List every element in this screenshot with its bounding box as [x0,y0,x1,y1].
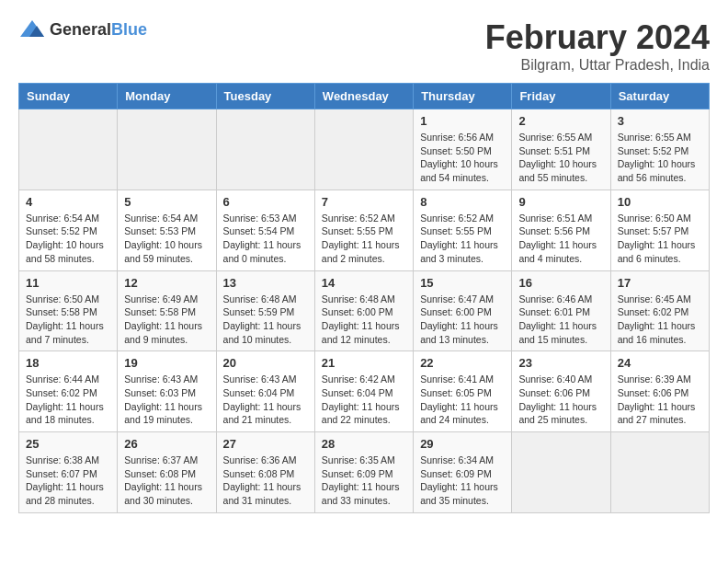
calendar-cell: 28Sunrise: 6:35 AM Sunset: 6:09 PM Dayli… [314,432,413,513]
day-info: Sunrise: 6:49 AM Sunset: 5:58 PM Dayligh… [124,293,209,347]
day-info: Sunrise: 6:40 AM Sunset: 6:06 PM Dayligh… [518,373,603,427]
logo-text-blue: Blue [111,20,147,39]
day-number: 11 [26,276,110,290]
day-number: 25 [26,437,110,451]
day-info: Sunrise: 6:42 AM Sunset: 6:04 PM Dayligh… [322,373,406,427]
calendar-week-row: 11Sunrise: 6:50 AM Sunset: 5:58 PM Dayli… [19,270,710,351]
calendar-cell [19,109,118,190]
day-number: 26 [124,437,209,451]
day-number: 24 [618,356,702,370]
day-info: Sunrise: 6:43 AM Sunset: 6:04 PM Dayligh… [223,373,308,427]
logo: GeneralBlue [18,18,147,40]
day-number: 12 [124,276,209,290]
calendar-header-monday: Monday [118,84,216,109]
calendar-cell [118,109,216,190]
calendar-header-friday: Friday [512,84,610,109]
calendar-cell: 27Sunrise: 6:36 AM Sunset: 6:08 PM Dayli… [216,432,314,513]
day-number: 5 [124,195,209,209]
day-info: Sunrise: 6:53 AM Sunset: 5:54 PM Dayligh… [223,212,308,266]
calendar-header-saturday: Saturday [610,84,709,109]
calendar-cell: 13Sunrise: 6:48 AM Sunset: 5:59 PM Dayli… [216,270,314,351]
calendar-cell [610,432,709,513]
day-info: Sunrise: 6:48 AM Sunset: 6:00 PM Dayligh… [322,293,406,347]
calendar-cell: 15Sunrise: 6:47 AM Sunset: 6:00 PM Dayli… [414,270,512,351]
day-number: 15 [420,276,505,290]
day-number: 19 [124,356,209,370]
day-number: 9 [518,195,603,209]
day-info: Sunrise: 6:34 AM Sunset: 6:09 PM Dayligh… [420,454,505,508]
day-info: Sunrise: 6:56 AM Sunset: 5:50 PM Dayligh… [420,131,505,185]
calendar-cell: 8Sunrise: 6:52 AM Sunset: 5:55 PM Daylig… [414,190,512,270]
day-info: Sunrise: 6:54 AM Sunset: 5:53 PM Dayligh… [124,212,209,266]
day-number: 7 [322,195,406,209]
calendar-cell: 10Sunrise: 6:50 AM Sunset: 5:57 PM Dayli… [610,190,709,270]
calendar-cell: 29Sunrise: 6:34 AM Sunset: 6:09 PM Dayli… [414,432,512,513]
day-number: 3 [618,114,702,128]
calendar-cell: 14Sunrise: 6:48 AM Sunset: 6:00 PM Dayli… [314,270,413,351]
calendar-cell: 18Sunrise: 6:44 AM Sunset: 6:02 PM Dayli… [19,351,118,432]
day-info: Sunrise: 6:47 AM Sunset: 6:00 PM Dayligh… [420,293,505,347]
calendar-table: SundayMondayTuesdayWednesdayThursdayFrid… [18,83,710,513]
calendar-cell: 5Sunrise: 6:54 AM Sunset: 5:53 PM Daylig… [118,190,216,270]
day-number: 16 [518,276,603,290]
day-number: 14 [322,276,406,290]
day-number: 18 [26,356,110,370]
calendar-cell: 25Sunrise: 6:38 AM Sunset: 6:07 PM Dayli… [19,432,118,513]
calendar-cell: 21Sunrise: 6:42 AM Sunset: 6:04 PM Dayli… [314,351,413,432]
calendar-cell [512,432,610,513]
calendar-cell: 3Sunrise: 6:55 AM Sunset: 5:52 PM Daylig… [610,109,709,190]
day-info: Sunrise: 6:45 AM Sunset: 6:02 PM Dayligh… [618,293,702,347]
calendar-cell: 20Sunrise: 6:43 AM Sunset: 6:04 PM Dayli… [216,351,314,432]
day-info: Sunrise: 6:36 AM Sunset: 6:08 PM Dayligh… [223,454,308,508]
day-info: Sunrise: 6:55 AM Sunset: 5:52 PM Dayligh… [618,131,702,185]
calendar-week-row: 1Sunrise: 6:56 AM Sunset: 5:50 PM Daylig… [19,109,710,190]
title-section: February 2024 Bilgram, Uttar Pradesh, In… [485,18,710,74]
calendar-cell: 19Sunrise: 6:43 AM Sunset: 6:03 PM Dayli… [118,351,216,432]
day-info: Sunrise: 6:52 AM Sunset: 5:55 PM Dayligh… [420,212,505,266]
day-number: 21 [322,356,406,370]
day-info: Sunrise: 6:43 AM Sunset: 6:03 PM Dayligh… [124,373,209,427]
day-number: 17 [618,276,702,290]
day-info: Sunrise: 6:50 AM Sunset: 5:58 PM Dayligh… [26,293,110,347]
calendar-cell: 6Sunrise: 6:53 AM Sunset: 5:54 PM Daylig… [216,190,314,270]
day-number: 23 [518,356,603,370]
day-info: Sunrise: 6:52 AM Sunset: 5:55 PM Dayligh… [322,212,406,266]
calendar-cell: 2Sunrise: 6:55 AM Sunset: 5:51 PM Daylig… [512,109,610,190]
day-info: Sunrise: 6:37 AM Sunset: 6:08 PM Dayligh… [124,454,209,508]
calendar-week-row: 18Sunrise: 6:44 AM Sunset: 6:02 PM Dayli… [19,351,710,432]
day-info: Sunrise: 6:46 AM Sunset: 6:01 PM Dayligh… [518,293,603,347]
day-info: Sunrise: 6:54 AM Sunset: 5:52 PM Dayligh… [26,212,110,266]
day-info: Sunrise: 6:48 AM Sunset: 5:59 PM Dayligh… [223,293,308,347]
page-header: GeneralBlue February 2024 Bilgram, Uttar… [18,18,710,74]
calendar-cell: 4Sunrise: 6:54 AM Sunset: 5:52 PM Daylig… [19,190,118,270]
calendar-header-sunday: Sunday [19,84,118,109]
day-info: Sunrise: 6:50 AM Sunset: 5:57 PM Dayligh… [618,212,702,266]
subtitle: Bilgram, Uttar Pradesh, India [485,57,710,74]
day-info: Sunrise: 6:51 AM Sunset: 5:56 PM Dayligh… [518,212,603,266]
calendar-cell: 22Sunrise: 6:41 AM Sunset: 6:05 PM Dayli… [414,351,512,432]
main-title: February 2024 [485,18,710,57]
calendar-cell: 17Sunrise: 6:45 AM Sunset: 6:02 PM Dayli… [610,270,709,351]
calendar-cell [314,109,413,190]
day-info: Sunrise: 6:41 AM Sunset: 6:05 PM Dayligh… [420,373,505,427]
calendar-cell: 1Sunrise: 6:56 AM Sunset: 5:50 PM Daylig… [414,109,512,190]
day-number: 27 [223,437,308,451]
calendar-header-wednesday: Wednesday [314,84,413,109]
day-info: Sunrise: 6:44 AM Sunset: 6:02 PM Dayligh… [26,373,110,427]
day-number: 6 [223,195,308,209]
day-number: 10 [618,195,702,209]
calendar-header-row: SundayMondayTuesdayWednesdayThursdayFrid… [19,84,710,109]
calendar-cell: 16Sunrise: 6:46 AM Sunset: 6:01 PM Dayli… [512,270,610,351]
day-info: Sunrise: 6:35 AM Sunset: 6:09 PM Dayligh… [322,454,406,508]
calendar-cell: 11Sunrise: 6:50 AM Sunset: 5:58 PM Dayli… [19,270,118,351]
day-number: 2 [518,114,603,128]
calendar-cell: 26Sunrise: 6:37 AM Sunset: 6:08 PM Dayli… [118,432,216,513]
day-info: Sunrise: 6:55 AM Sunset: 5:51 PM Dayligh… [518,131,603,185]
day-info: Sunrise: 6:38 AM Sunset: 6:07 PM Dayligh… [26,454,110,508]
calendar-header-tuesday: Tuesday [216,84,314,109]
day-number: 8 [420,195,505,209]
calendar-cell: 23Sunrise: 6:40 AM Sunset: 6:06 PM Dayli… [512,351,610,432]
day-number: 1 [420,114,505,128]
day-number: 22 [420,356,505,370]
calendar-cell: 24Sunrise: 6:39 AM Sunset: 6:06 PM Dayli… [610,351,709,432]
